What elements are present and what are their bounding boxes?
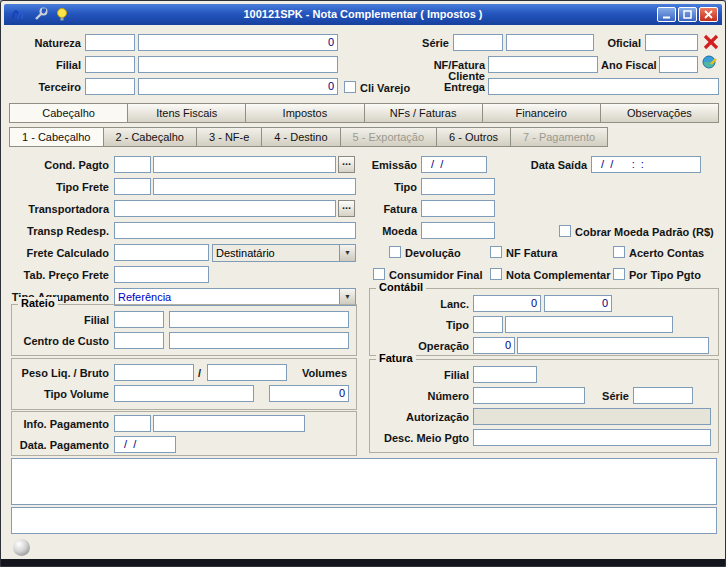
frete-calculado-field[interactable] xyxy=(114,244,209,261)
transportadora-label: Transportadora xyxy=(1,202,109,216)
subtab-6-outros[interactable]: 6 - Outros xyxy=(437,127,511,147)
volumes-label: Volumes xyxy=(289,366,347,380)
subtab-3-nfe[interactable]: 3 - NF-e xyxy=(197,127,262,147)
chevron-down-icon[interactable] xyxy=(339,245,355,261)
tipo-frete-desc-field[interactable] xyxy=(153,178,356,195)
filial-code-field[interactable] xyxy=(85,56,135,73)
lanc-field-1[interactable]: 0 xyxy=(473,295,541,312)
terceiro-code-field[interactable] xyxy=(85,78,135,95)
info-pagamento-desc-field[interactable] xyxy=(153,415,305,432)
operacao-label: Operação xyxy=(389,339,469,353)
peso-liq-field[interactable] xyxy=(114,364,194,381)
rateio-group-title: Rateio xyxy=(18,297,58,309)
filial-desc-field[interactable] xyxy=(138,56,338,73)
bulb-icon[interactable] xyxy=(55,7,69,22)
consumidor-final-checkbox[interactable] xyxy=(373,268,385,280)
fatura-filial-field[interactable] xyxy=(473,366,537,383)
nota-complementar-checkbox[interactable] xyxy=(490,268,502,280)
subtab-7-pagamento: 7 - Pagamento xyxy=(511,127,608,147)
peso-separator: / xyxy=(198,366,206,380)
lanc-field-2[interactable]: 0 xyxy=(544,295,612,312)
natureza-label: Natureza xyxy=(1,36,81,50)
emissao-field[interactable]: / / xyxy=(421,156,487,173)
desc-meio-pgto-field[interactable] xyxy=(473,429,711,446)
centro-custo-desc-field[interactable] xyxy=(169,332,349,349)
acerto-contas-label: Acerto Contas xyxy=(629,246,719,260)
serie-desc-field[interactable] xyxy=(506,34,594,51)
tab-nfs-faturas[interactable]: NFs / Faturas xyxy=(365,103,483,123)
chevron-down-icon[interactable] xyxy=(339,289,355,305)
info-pagamento-label: Info. Pagamento xyxy=(1,417,109,431)
terceiro-value-field[interactable]: 0 xyxy=(138,78,338,95)
app-window: 100121SPK - Nota Complementar ( Impostos… xyxy=(0,0,726,567)
oficial-label: Oficial xyxy=(597,36,641,50)
notes-area-2[interactable] xyxy=(11,507,717,534)
transportadora-field[interactable] xyxy=(114,200,336,217)
cancel-red-x-icon[interactable] xyxy=(702,33,720,51)
fatura-serie-field[interactable] xyxy=(633,387,693,404)
wrench-icon[interactable] xyxy=(33,7,48,22)
contabil-tipo-desc-field[interactable] xyxy=(505,316,673,333)
por-tipo-pgto-checkbox[interactable] xyxy=(613,268,625,280)
acerto-contas-checkbox[interactable] xyxy=(613,246,625,258)
oficial-field[interactable] xyxy=(645,34,698,51)
tab-preco-frete-field[interactable] xyxy=(114,266,209,283)
cli-varejo-checkbox[interactable] xyxy=(344,81,356,93)
operacao-code-field[interactable]: 0 xyxy=(473,337,515,354)
tab-financeiro[interactable]: Financeiro xyxy=(483,103,601,123)
cond-pagto-desc-field[interactable] xyxy=(153,156,336,173)
centro-custo-code-field[interactable] xyxy=(114,332,164,349)
cond-pagto-code-field[interactable] xyxy=(114,156,151,173)
cliente-entrega-field[interactable] xyxy=(488,78,719,95)
sub-tab-bar: 1 - Cabeçalho 2 - Cabeçalho 3 - NF-e 4 -… xyxy=(9,127,608,147)
tab-itens-fiscais[interactable]: Itens Fiscais xyxy=(128,103,246,123)
fatura-field[interactable] xyxy=(421,200,495,217)
tab-observacoes[interactable]: Observações xyxy=(601,103,719,123)
maximize-button[interactable] xyxy=(678,7,697,22)
natureza-value-field[interactable]: 0 xyxy=(138,34,338,51)
emissao-label: Emissão xyxy=(337,158,417,172)
close-button[interactable] xyxy=(699,7,718,22)
info-pagamento-code-field[interactable] xyxy=(114,415,151,432)
title-bar[interactable]: 100121SPK - Nota Complementar ( Impostos… xyxy=(4,4,722,25)
volumes-value-field[interactable]: 0 xyxy=(269,385,349,402)
notes-area-1[interactable] xyxy=(11,458,717,505)
natureza-code-field[interactable] xyxy=(85,34,135,51)
devolucao-label: Devolução xyxy=(405,246,485,260)
tab-cabecalho[interactable]: Cabeçalho xyxy=(9,103,128,123)
tab-impostos[interactable]: Impostos xyxy=(246,103,364,123)
subtab-1-cabecalho[interactable]: 1 - Cabeçalho xyxy=(9,127,104,147)
contabil-group-title: Contábil xyxy=(376,281,426,293)
devolucao-checkbox[interactable] xyxy=(389,246,401,258)
tipo-volume-field[interactable] xyxy=(114,385,254,402)
peso-bruto-field[interactable] xyxy=(207,364,287,381)
minimize-button[interactable] xyxy=(657,7,676,22)
data-saida-field[interactable]: / / : : xyxy=(591,156,701,173)
transp-redesp-field[interactable] xyxy=(114,222,356,239)
nota-complementar-label: Nota Complementar xyxy=(506,268,616,282)
rateio-filial-desc-field[interactable] xyxy=(169,311,349,328)
tipo-frete-code-field[interactable] xyxy=(114,178,151,195)
main-tab-bar: Cabeçalho Itens Fiscais Impostos NFs / F… xyxy=(9,103,719,123)
subtab-2-cabecalho[interactable]: 2 - Cabeçalho xyxy=(104,127,198,147)
data-pagamento-field[interactable]: / / xyxy=(114,436,176,453)
nf-fatura-field[interactable] xyxy=(488,56,598,73)
moeda-field[interactable] xyxy=(421,222,495,239)
tipo-volume-label: Tipo Volume xyxy=(1,387,109,401)
serie-code-field[interactable] xyxy=(453,34,503,51)
numero-label: Número xyxy=(359,389,469,403)
operacao-desc-field[interactable] xyxy=(517,337,709,354)
cobrar-moeda-checkbox[interactable] xyxy=(559,225,571,237)
rateio-filial-code-field[interactable] xyxy=(114,311,164,328)
edit-globe-icon[interactable] xyxy=(702,54,718,70)
numero-field[interactable] xyxy=(473,387,585,404)
contabil-tipo-code-field[interactable] xyxy=(473,316,503,333)
frete-calculado-combo[interactable]: Destinatário xyxy=(212,244,356,262)
ano-fiscal-field[interactable] xyxy=(659,56,698,73)
terceiro-label: Terceiro xyxy=(1,80,81,94)
transp-redesp-label: Transp Redesp. xyxy=(1,224,109,238)
nf-fatura-checkbox[interactable] xyxy=(490,246,502,258)
tipo-field[interactable] xyxy=(421,178,495,195)
subtab-4-destino[interactable]: 4 - Destino xyxy=(262,127,340,147)
fatura-filial-label: Filial xyxy=(359,368,469,382)
